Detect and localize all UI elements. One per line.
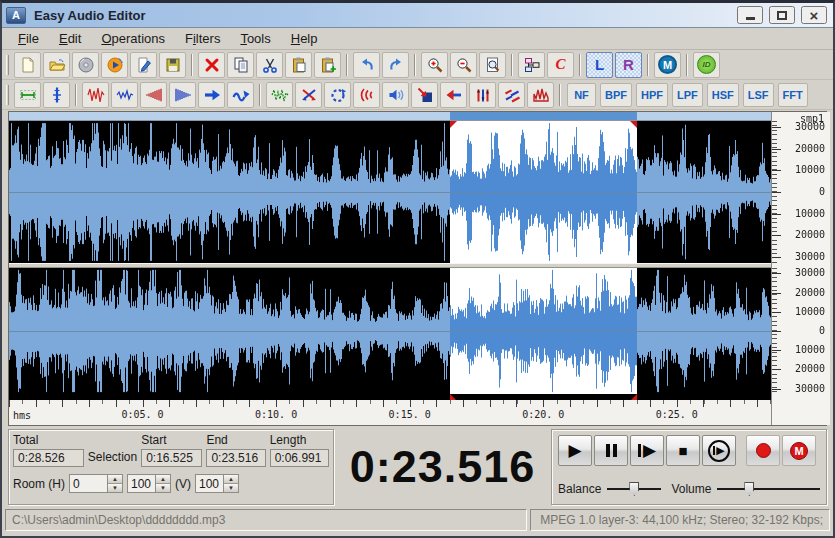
select-range-button[interactable] bbox=[14, 82, 41, 108]
cross-mix-button[interactable] bbox=[295, 82, 322, 108]
cross-mix-icon bbox=[300, 86, 318, 104]
play-button[interactable]: ▶ bbox=[558, 435, 592, 466]
play-from-cursor-button[interactable]: ▶ bbox=[630, 435, 664, 466]
paste-insert-button[interactable] bbox=[314, 52, 341, 78]
selection-marker-icon[interactable] bbox=[631, 394, 637, 400]
attenuate-button[interactable] bbox=[111, 82, 138, 108]
filter-bpf-button[interactable]: BPF bbox=[600, 83, 632, 107]
smooth-shift-button[interactable] bbox=[227, 82, 254, 108]
volume-slider[interactable] bbox=[717, 482, 820, 496]
room-h-spinner[interactable]: 0 ▲▼ bbox=[69, 474, 123, 493]
balance-label: Balance bbox=[558, 482, 601, 496]
amplify-button[interactable] bbox=[82, 82, 109, 108]
open-cd-button[interactable] bbox=[72, 52, 99, 78]
selection-marker-icon[interactable] bbox=[630, 121, 637, 128]
menu-item-help[interactable]: Help bbox=[281, 28, 328, 49]
balance-slider-thumb[interactable] bbox=[629, 482, 639, 496]
filter-hsf-button[interactable]: HSF bbox=[707, 83, 739, 107]
filter-hpf-button[interactable]: HPF bbox=[636, 83, 668, 107]
room-h-value[interactable]: 0 bbox=[69, 474, 107, 493]
toolbar-grip[interactable] bbox=[6, 55, 9, 75]
comb-filter-button[interactable] bbox=[527, 82, 554, 108]
overview-bar[interactable] bbox=[9, 112, 771, 121]
record-icon bbox=[756, 443, 771, 458]
toolbar-grip[interactable] bbox=[6, 85, 9, 105]
stop-button[interactable]: ■ bbox=[666, 435, 700, 466]
delete-selection-button[interactable] bbox=[198, 52, 225, 78]
close-button[interactable]: × bbox=[801, 6, 827, 24]
paste-button[interactable] bbox=[285, 52, 312, 78]
tempo-button[interactable] bbox=[498, 82, 525, 108]
fade-out-button[interactable] bbox=[169, 82, 196, 108]
spin-down-icon[interactable]: ▼ bbox=[156, 483, 170, 492]
cut-button[interactable] bbox=[256, 52, 283, 78]
record-mix-button[interactable]: M bbox=[782, 435, 816, 466]
media-player-button[interactable] bbox=[101, 52, 128, 78]
normalize-button[interactable] bbox=[266, 82, 293, 108]
loop-icon bbox=[329, 86, 347, 104]
balance-slider[interactable] bbox=[607, 482, 661, 496]
room-h2-value[interactable]: 100 bbox=[127, 474, 155, 493]
reverse-button[interactable] bbox=[440, 82, 467, 108]
status-file-path: C:\Users\admin\Desktop\dddddddd.mp3 bbox=[5, 509, 527, 531]
menu-item-file[interactable]: File bbox=[8, 28, 49, 49]
copy-button[interactable] bbox=[227, 52, 254, 78]
id3-tag-button[interactable]: ID bbox=[693, 52, 720, 78]
room-h2-spinner[interactable]: 100 ▲▼ bbox=[127, 474, 171, 493]
menu-item-edit[interactable]: Edit bbox=[49, 28, 91, 49]
pause-button[interactable] bbox=[594, 435, 628, 466]
record-button[interactable] bbox=[746, 435, 780, 466]
room-v-spinner[interactable]: 100 ▲▼ bbox=[195, 474, 239, 493]
selection-marker-icon[interactable] bbox=[450, 121, 457, 128]
convert-button[interactable]: C bbox=[547, 52, 574, 78]
channel-left-button[interactable]: L bbox=[586, 52, 613, 78]
open-file-button[interactable] bbox=[43, 52, 70, 78]
undo-button[interactable] bbox=[353, 52, 380, 78]
edit-file-button[interactable] bbox=[130, 52, 157, 78]
menu-item-operations[interactable]: Operations bbox=[91, 28, 175, 49]
loop-button[interactable] bbox=[324, 82, 351, 108]
spin-up-icon[interactable]: ▲ bbox=[108, 475, 122, 483]
shift-right-button[interactable] bbox=[198, 82, 225, 108]
equalizer-button[interactable] bbox=[469, 82, 496, 108]
filter-nf-button[interactable]: NF bbox=[567, 83, 596, 107]
filter-lpf-button[interactable]: LPF bbox=[672, 83, 703, 107]
menu-item-tools[interactable]: Tools bbox=[230, 28, 280, 49]
time-ruler[interactable]: hms 0:05. 00:10. 00:15. 00:20. 00:25. 0 bbox=[9, 400, 771, 425]
spin-down-icon[interactable]: ▼ bbox=[224, 483, 238, 492]
zoom-in-button[interactable] bbox=[421, 52, 448, 78]
waveform-channel-right[interactable] bbox=[9, 268, 771, 394]
minimize-button[interactable] bbox=[737, 6, 763, 24]
channel-right-button[interactable]: R bbox=[615, 52, 642, 78]
zoom-all-button[interactable] bbox=[479, 52, 506, 78]
save-file-button[interactable] bbox=[159, 52, 186, 78]
mix-mono-button[interactable]: M bbox=[654, 52, 681, 78]
room-v-value[interactable]: 100 bbox=[195, 474, 223, 493]
app-icon: A bbox=[6, 7, 26, 24]
filter-lsf-button[interactable]: LSF bbox=[743, 83, 774, 107]
overview-selection[interactable] bbox=[450, 112, 637, 120]
spin-up-icon[interactable]: ▲ bbox=[224, 475, 238, 483]
menu-item-filters[interactable]: Filters bbox=[175, 28, 230, 49]
echo-button[interactable] bbox=[353, 82, 380, 108]
maximize-button[interactable] bbox=[769, 6, 795, 24]
smooth-shift-icon bbox=[232, 86, 250, 104]
toolbar-separator bbox=[559, 84, 561, 106]
redo-button[interactable] bbox=[382, 52, 409, 78]
fade-in-button[interactable] bbox=[140, 82, 167, 108]
selection-marker-icon[interactable] bbox=[450, 394, 456, 400]
zoom-out-button[interactable] bbox=[450, 52, 477, 78]
filter-fft-button[interactable]: FFT bbox=[778, 83, 808, 107]
center-cursor-button[interactable] bbox=[43, 82, 70, 108]
spin-up-icon[interactable]: ▲ bbox=[156, 475, 170, 483]
new-file-button[interactable] bbox=[14, 52, 41, 78]
filter-lpf-label: LPF bbox=[677, 89, 698, 101]
waveform-channel-left[interactable] bbox=[9, 121, 771, 263]
speaker-test-button[interactable] bbox=[382, 82, 409, 108]
amplitude-tick-label: 0 bbox=[819, 186, 825, 197]
spin-down-icon[interactable]: ▼ bbox=[108, 483, 122, 492]
play-all-button[interactable]: ▶ bbox=[702, 435, 736, 466]
volume-slider-thumb[interactable] bbox=[744, 482, 754, 496]
batch-process-button[interactable] bbox=[518, 52, 545, 78]
insert-mix-button[interactable] bbox=[411, 82, 438, 108]
